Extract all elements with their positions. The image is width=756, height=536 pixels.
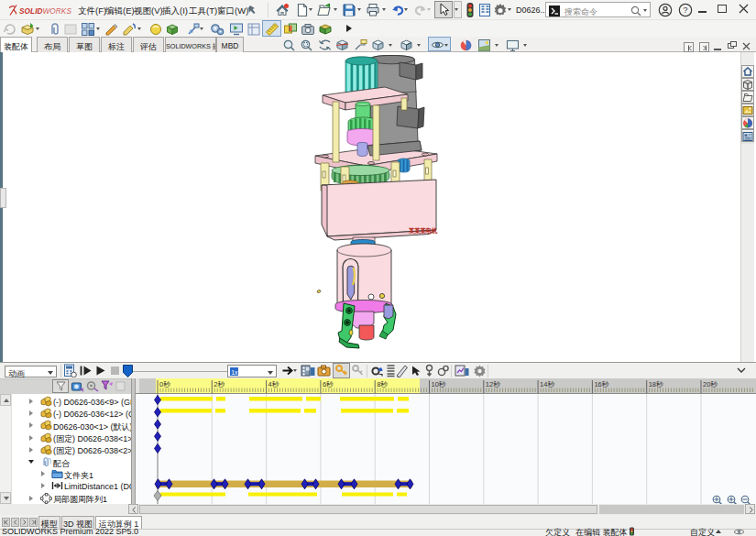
svg-text:2秒: 2秒: [214, 380, 225, 388]
svg-text:SOLIDWORKS: SOLIDWORKS: [19, 7, 71, 16]
svg-text:4秒: 4秒: [268, 380, 279, 388]
svg-text:10秒: 10秒: [432, 380, 446, 388]
svg-text:16秒: 16秒: [594, 380, 608, 388]
svg-text:20秒: 20秒: [703, 380, 718, 388]
svg-text:14秒: 14秒: [540, 380, 554, 388]
svg-text:某某某电机: 某某某电机: [408, 227, 438, 235]
svg-text:1x: 1x: [231, 368, 238, 375]
svg-text:18秒: 18秒: [649, 380, 663, 388]
svg-text:12秒: 12秒: [486, 380, 500, 388]
svg-text:6秒: 6秒: [323, 380, 334, 388]
svg-text:?: ?: [683, 5, 687, 15]
svg-text:0秒: 0秒: [159, 380, 170, 388]
svg-text:8秒: 8秒: [377, 380, 388, 388]
